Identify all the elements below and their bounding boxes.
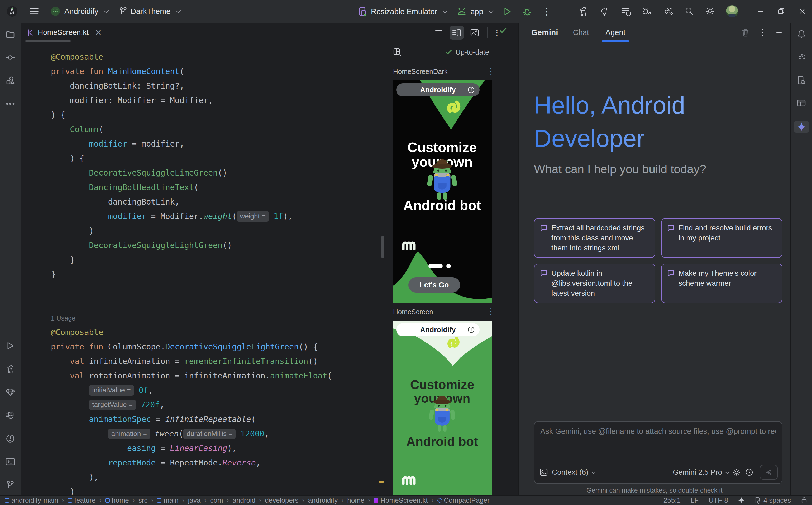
- history-icon[interactable]: [745, 468, 753, 477]
- minimize-button[interactable]: [757, 8, 764, 15]
- problems-icon[interactable]: [3, 433, 18, 444]
- hide-panel-icon[interactable]: [776, 29, 783, 36]
- device-selector[interactable]: Resizable Emulator: [358, 6, 446, 17]
- run-tasks-icon[interactable]: [620, 6, 630, 16]
- tab-homescreen-kt[interactable]: HomeScreen.kt ✕: [21, 23, 107, 42]
- suggestion-card[interactable]: Find and resolve build errors in my proj…: [661, 218, 783, 258]
- attach-debugger-icon[interactable]: [642, 6, 652, 16]
- build-icon[interactable]: [578, 6, 588, 16]
- attach-context-icon[interactable]: [540, 469, 548, 476]
- breadcrumb-item[interactable]: HomeScreen.kt: [374, 496, 428, 504]
- preview-options-icon[interactable]: ⋮: [487, 66, 495, 75]
- restore-button[interactable]: [778, 8, 785, 15]
- running-devices-icon[interactable]: [794, 98, 809, 110]
- suggestion-card[interactable]: Extract all hardcoded strings from this …: [534, 218, 655, 258]
- editor-scrollbar-thumb[interactable]: [381, 235, 384, 258]
- terminal-icon[interactable]: [3, 457, 18, 467]
- breadcrumb-item[interactable]: main: [157, 496, 178, 504]
- breadcrumb-item[interactable]: developers: [265, 496, 299, 504]
- breadcrumb-item[interactable]: src: [138, 496, 148, 504]
- run-tool-icon[interactable]: [3, 341, 18, 351]
- caret-position[interactable]: 255:1: [664, 496, 681, 504]
- user-avatar[interactable]: [726, 5, 738, 17]
- gemini-settings-icon[interactable]: [732, 468, 741, 477]
- code-line: ) {: [51, 151, 386, 166]
- breadcrumb-item[interactable]: feature: [68, 496, 96, 504]
- delete-conversation-icon[interactable]: [741, 28, 749, 37]
- breadcrumb-item[interactable]: android: [233, 496, 256, 504]
- main-menu-icon[interactable]: [29, 8, 38, 15]
- gemini-status-spark-icon[interactable]: [738, 497, 744, 503]
- branch-icon: [119, 7, 127, 16]
- code-line: }: [51, 267, 386, 282]
- version-control-icon[interactable]: [3, 480, 18, 490]
- search-everywhere-icon[interactable]: [684, 7, 694, 16]
- app-quality-insights-icon[interactable]: [3, 387, 18, 397]
- lets-go-button[interactable]: Let's Go: [409, 277, 460, 293]
- more-tool-windows-icon[interactable]: [3, 99, 18, 109]
- project-tool-icon[interactable]: [3, 29, 18, 39]
- debug-button[interactable]: [523, 7, 532, 16]
- commit-tool-icon[interactable]: [3, 52, 18, 63]
- more-run-actions-icon[interactable]: ⋮: [542, 6, 551, 17]
- send-button[interactable]: [760, 465, 778, 480]
- resource-manager-icon[interactable]: [3, 75, 18, 86]
- project-selector[interactable]: Androidify: [50, 6, 107, 17]
- breadcrumb-item[interactable]: com: [210, 496, 223, 504]
- preview-phone-light[interactable]: Androidify Customizeyour own Android bot: [392, 321, 492, 495]
- run-configuration-selector[interactable]: app: [457, 7, 492, 16]
- gemini-options-icon[interactable]: ⋮: [758, 27, 767, 37]
- breadcrumb-item[interactable]: home: [347, 496, 364, 504]
- code-line: @Composable: [51, 325, 386, 339]
- gemini-input-box[interactable]: Ask Gemini, use @filename to attach sour…: [534, 421, 783, 484]
- tab-agent[interactable]: Agent: [603, 23, 627, 42]
- code-line: Column(: [51, 122, 386, 137]
- suggestion-card[interactable]: Make my Theme's color scheme warmer: [661, 264, 783, 303]
- inspections-ok-icon[interactable]: [499, 27, 507, 34]
- gradle-icon[interactable]: [794, 51, 809, 63]
- layout-options-icon[interactable]: [393, 48, 401, 56]
- code-line: private fun MainHomeContent(: [51, 64, 386, 78]
- preview-phone-dark[interactable]: Androidify Customizeyour own Android bot…: [392, 80, 492, 303]
- info-icon[interactable]: [467, 86, 475, 94]
- info-icon[interactable]: [467, 326, 475, 333]
- suggestion-card[interactable]: Update kotlin in @libs.version.toml to t…: [534, 264, 655, 303]
- breadcrumb-item[interactable]: androidify-main: [5, 496, 58, 504]
- view-mode-preview-icon[interactable]: [467, 26, 482, 39]
- breadcrumb-item[interactable]: CompactPager: [437, 496, 490, 504]
- line-separator[interactable]: LF: [691, 496, 699, 504]
- preview-options-icon[interactable]: ⋮: [487, 307, 495, 316]
- file-encoding[interactable]: UTF-8: [709, 496, 728, 504]
- code-line: }: [51, 252, 386, 267]
- sync-icon[interactable]: [599, 6, 609, 16]
- device-explorer-icon[interactable]: [794, 74, 809, 87]
- tab-label: HomeScreen.kt: [38, 28, 89, 37]
- breadcrumb-item[interactable]: home: [105, 496, 129, 504]
- code-line: modifier: Modifier = Modifier,: [51, 93, 386, 108]
- run-button[interactable]: [503, 7, 512, 16]
- gradle-sync-icon[interactable]: [663, 6, 673, 16]
- close-button[interactable]: [799, 8, 806, 15]
- notifications-bell-icon[interactable]: [794, 28, 809, 40]
- model-dropdown[interactable]: Gemini 2.5 Pro: [673, 468, 728, 477]
- dash-dot-decor: [429, 264, 451, 268]
- indent-setting[interactable]: 4 spaces: [755, 496, 791, 504]
- preview-app-bar: Androidify: [396, 83, 480, 97]
- left-activity-bar: [0, 23, 21, 495]
- horizontal-scrollbar[interactable]: [25, 40, 71, 42]
- breadcrumb-separator: ›: [151, 497, 153, 504]
- build-tool-icon[interactable]: [3, 364, 18, 374]
- breadcrumb-item[interactable]: androidify: [308, 496, 338, 504]
- lock-icon[interactable]: [801, 497, 807, 504]
- logcat-icon[interactable]: [3, 410, 18, 420]
- settings-gear-icon[interactable]: [705, 6, 715, 16]
- vcs-branch-selector[interactable]: DarkTheme: [119, 7, 180, 16]
- tab-close-icon[interactable]: ✕: [95, 28, 102, 37]
- gemini-spark-icon[interactable]: [794, 121, 809, 133]
- view-mode-split-icon[interactable]: [450, 26, 464, 39]
- code-editor[interactable]: @Composableprivate fun MainHomeContent( …: [21, 43, 386, 495]
- tab-chat[interactable]: Chat: [571, 23, 591, 42]
- view-mode-code-icon[interactable]: [432, 26, 446, 39]
- context-dropdown[interactable]: Context (6): [552, 468, 595, 477]
- breadcrumb-item[interactable]: java: [188, 496, 201, 504]
